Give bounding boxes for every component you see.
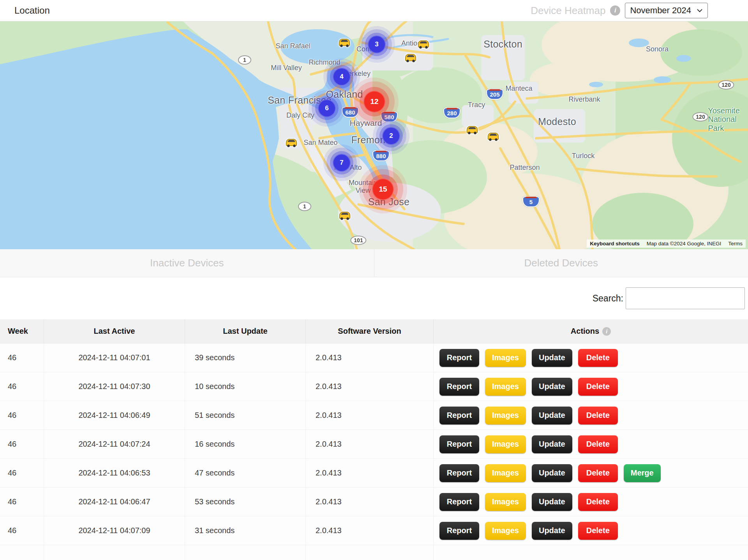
update-button[interactable]: Update: [532, 522, 572, 540]
table-body: 462024-12-11 04:07:0139 seconds2.0.413Re…: [0, 343, 748, 560]
cluster-marker-4[interactable]: 4: [333, 68, 351, 86]
report-button[interactable]: Report: [439, 407, 479, 424]
vehicle-marker-icon[interactable]: [465, 123, 480, 135]
cluster-marker-2[interactable]: 2: [382, 127, 400, 145]
cell-last-update: 39 seconds: [185, 343, 306, 372]
map-label-turlock: Turlock: [572, 152, 595, 160]
vehicle-marker-icon[interactable]: [337, 36, 352, 48]
cell-actions: ReportImagesUpdateDelete: [434, 401, 748, 430]
column-header-last-active: Last Active: [44, 319, 185, 343]
device-heatmap-map[interactable]: San RafaelMill ValleyRichmondBerkeleyCon…: [0, 21, 748, 249]
delete-button[interactable]: Delete: [578, 464, 618, 482]
map-label-tracy: Tracy: [468, 101, 485, 109]
images-button[interactable]: Images: [485, 522, 526, 540]
cell-week: 46: [0, 516, 44, 545]
map-label-yosemite-national-park: Yosemite National Park: [708, 106, 740, 132]
cluster-marker-6[interactable]: 6: [318, 99, 336, 117]
delete-button[interactable]: Delete: [578, 435, 618, 453]
cell-software-version: 2.0.413: [306, 401, 434, 430]
column-header-software-version: Software Version: [306, 319, 434, 343]
cell-last-active: 2024-12-11 04:07:30: [44, 372, 185, 401]
report-button[interactable]: Report: [439, 493, 479, 511]
update-button[interactable]: Update: [532, 349, 572, 367]
chevron-down-icon: [697, 9, 703, 12]
delete-button[interactable]: Delete: [578, 349, 618, 367]
column-header-label: Week: [8, 327, 28, 336]
report-button[interactable]: Report: [439, 378, 479, 396]
table-row: 462024-12-11 04:06:4753 seconds2.0.413Re…: [0, 488, 748, 516]
table-row: 462024-12-11 04:07:2416 seconds2.0.413Re…: [0, 430, 748, 459]
images-button[interactable]: Images: [485, 378, 526, 396]
cell-week: 46: [0, 343, 44, 372]
cluster-marker-3[interactable]: 3: [368, 35, 386, 53]
map-label-sonora: Sonora: [646, 45, 669, 53]
images-button[interactable]: Images: [485, 493, 526, 511]
cell-week: 46: [0, 459, 44, 487]
images-button[interactable]: Images: [485, 435, 526, 453]
tab-inactive-devices[interactable]: Inactive Devices: [0, 249, 374, 277]
cell-actions: ReportImagesUpdateDelete: [434, 488, 748, 516]
map-label-modesto: Modesto: [538, 116, 576, 127]
cluster-marker-12[interactable]: 12: [363, 91, 385, 113]
vehicle-marker-icon[interactable]: [486, 130, 501, 141]
delete-button[interactable]: Delete: [578, 378, 618, 396]
cell-last-update: 51 seconds: [185, 401, 306, 430]
actions-info-icon[interactable]: i: [602, 327, 611, 336]
map-label-stockton: Stockton: [483, 39, 522, 49]
map-data-text: Map data ©2024 Google, INEGI: [647, 241, 722, 247]
vehicle-marker-icon[interactable]: [416, 37, 431, 49]
cell-week: 46: [0, 401, 44, 430]
update-button[interactable]: Update: [532, 407, 572, 424]
delete-button[interactable]: Delete: [578, 522, 618, 540]
report-button[interactable]: Report: [439, 435, 479, 453]
cell-last-active: 2024-12-11 04:07:24: [44, 430, 185, 458]
images-button[interactable]: Images: [485, 349, 526, 367]
top-bar: Location Device Heatmap i November 2024: [0, 0, 748, 21]
update-button[interactable]: Update: [532, 378, 572, 396]
vehicle-marker-icon[interactable]: [284, 136, 299, 148]
report-button[interactable]: Report: [439, 349, 479, 367]
cell-week: 46: [0, 488, 44, 516]
vehicle-marker-icon[interactable]: [403, 51, 418, 63]
terms-link[interactable]: Terms: [728, 241, 743, 247]
table-row: 462024-12-11 04:06:5347 seconds2.0.413Re…: [0, 459, 748, 488]
tab-deleted-devices[interactable]: Deleted Devices: [374, 249, 748, 277]
search-input[interactable]: [626, 287, 745, 309]
cell-last-update: 31 seconds: [185, 516, 306, 545]
report-button[interactable]: Report: [439, 522, 479, 540]
cell-week: 46: [0, 430, 44, 458]
cluster-marker-7[interactable]: 7: [333, 154, 351, 172]
merge-button[interactable]: Merge: [624, 464, 661, 482]
cell-week: 46: [0, 372, 44, 401]
table-row: 462024-12-11 04:07:0931 seconds2.0.413Re…: [0, 516, 748, 545]
keyboard-shortcuts-link[interactable]: Keyboard shortcuts: [590, 241, 640, 247]
update-button[interactable]: Update: [532, 435, 572, 453]
month-select-value: November 2024: [630, 5, 691, 16]
cell-software-version: 2.0.413: [306, 488, 434, 516]
column-header-week: Week: [0, 319, 44, 343]
cell-software-version: 2.0.413: [306, 343, 434, 372]
month-select[interactable]: November 2024: [625, 3, 708, 18]
report-button[interactable]: Report: [439, 464, 479, 482]
cell-actions: ReportImagesUpdateDelete: [434, 343, 748, 372]
info-icon[interactable]: i: [610, 5, 620, 16]
cell-software-version: 2.0.413: [306, 459, 434, 487]
map-label-riverbank: Riverbank: [568, 95, 600, 103]
table-row: 462024-12-11 04:06:4951 seconds2.0.413Re…: [0, 401, 748, 430]
column-header-last-update: Last Update: [185, 319, 306, 343]
delete-button[interactable]: Delete: [578, 493, 618, 511]
cluster-marker-15[interactable]: 15: [372, 178, 394, 200]
top-bar-right: Device Heatmap i November 2024: [531, 3, 708, 18]
highway-shield-1: 1: [298, 202, 311, 211]
update-button[interactable]: Update: [532, 493, 572, 511]
update-button[interactable]: Update: [532, 464, 572, 482]
column-header-actions: Actionsi: [434, 319, 748, 343]
table-row: 462024-12-11 04:07:0139 seconds2.0.413Re…: [0, 343, 748, 372]
cell-last-active: 2024-12-11 04:06:47: [44, 488, 185, 516]
vehicle-marker-icon[interactable]: [337, 209, 352, 220]
images-button[interactable]: Images: [485, 407, 526, 424]
map-label-patterson: Patterson: [510, 164, 540, 171]
images-button[interactable]: Images: [485, 464, 526, 482]
delete-button[interactable]: Delete: [578, 407, 618, 424]
cell-empty: [434, 545, 748, 560]
